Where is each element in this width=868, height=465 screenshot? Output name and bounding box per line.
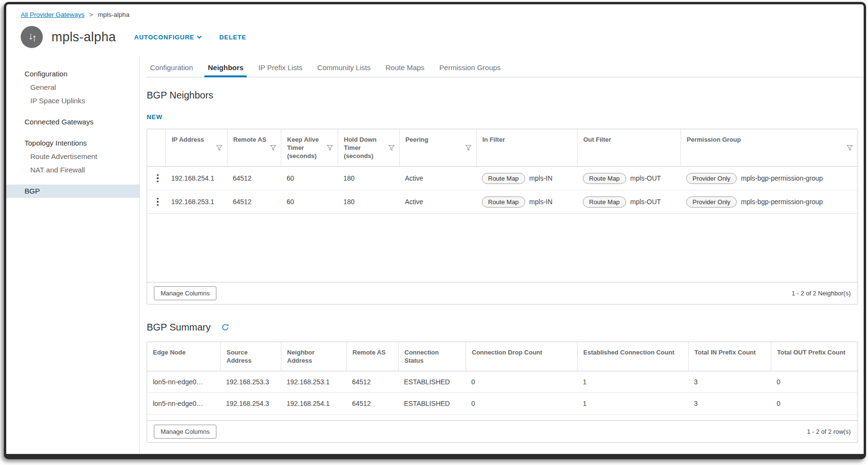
filter-icon[interactable] [847,145,853,151]
page-title: mpls-alpha [51,30,116,45]
page-header: ↓ ↑ mpls-alpha AUTOCONFIGURE DELETE [21,26,864,48]
cell-total-in-prefix-count: 3 [688,393,771,414]
cell-permission-group: Provider Only mpls-bgp-permission-group [680,167,857,190]
sidebar-item-topology-intentions[interactable]: Topology Intentions [6,136,139,150]
sidebar-item-general[interactable]: General [6,81,139,94]
tab-community-lists[interactable]: Community Lists [314,60,374,77]
sidebar-item-route-advertisement[interactable]: Route Advertisement [6,150,139,163]
column-header-source-address: Source Address [226,348,276,365]
column-header-connection-status: Connection Status [404,348,461,365]
column-header-edge-node: Edge Node [153,348,215,356]
cell-permission-group: Provider Only mpls-bgp-permission-group [680,190,857,213]
manage-columns-button[interactable]: Manage Columns [154,425,216,439]
row-menu-icon[interactable] [154,172,162,184]
cell-total-out-prefix-count: 0 [771,371,857,392]
arrow-up-icon: ↑ [32,32,36,44]
neighbors-table-header: IP Address Remote AS Keep Alive Timer (s… [147,129,857,167]
cell-hold-down-timer: 180 [338,167,399,190]
gateway-icon: ↓ ↑ [21,26,43,48]
cell-remote-as: 64512 [227,167,281,190]
cell-remote-as: 64512 [227,190,281,213]
cell-peering: Active [399,167,476,190]
column-header-hold-down-timer: Hold Down Timer (seconds) [344,135,389,160]
breadcrumb-separator: > [89,11,93,18]
column-header-peering: Peering [405,135,465,144]
sidebar-item-nat-and-firewall[interactable]: NAT and Firewall [6,163,139,177]
refresh-icon[interactable] [221,323,229,331]
column-header-remote-as: Remote AS [352,348,393,356]
provider-only-badge: Provider Only [686,196,737,208]
table-row: 192.168.254.1 64512 60 180 Active Route … [147,167,857,190]
cell-hold-down-timer: 180 [338,190,399,213]
provider-only-badge: Provider Only [686,173,737,184]
cell-connection-status: ESTABLISHED [398,393,465,414]
main-content: Configuration Neighbors IP Prefix Lists … [140,57,864,455]
chevron-down-icon [197,34,202,39]
tab-neighbors[interactable]: Neighbors [204,60,247,77]
cell-out-filter: Route Map mpls-OUT [577,167,680,190]
cell-ip-address: 192.168.254.1 [165,167,227,190]
column-header-total-in-prefix-count: Total IN Prefix Count [694,348,766,356]
cell-in-filter: Route Map mpls-IN [476,190,577,213]
column-header-established-connection-count: Established Connection Count [583,348,683,356]
cell-edge-node: lon5-nn-edge0… [147,393,220,414]
delete-button[interactable]: DELETE [219,34,246,41]
cell-in-filter: Route Map mpls-IN [476,167,577,190]
route-map-badge: Route Map [583,173,626,184]
column-header-permission-group: Permission Group [687,135,847,144]
table-empty-space [147,214,857,282]
column-header-connection-drop-count: Connection Drop Count [472,348,572,356]
bgp-neighbors-title: BGP Neighbors [147,90,864,101]
cell-established-connection-count: 1 [577,393,688,414]
column-header-keep-alive-timer: Keep Alive Timer (seconds) [287,135,327,160]
sidebar-item-configuration[interactable]: Configuration [6,67,139,81]
cell-edge-node: lon5-nn-edge0… [147,371,220,392]
cell-total-out-prefix-count: 0 [771,393,857,414]
filter-icon[interactable] [327,145,333,151]
tab-bar: Configuration Neighbors IP Prefix Lists … [147,60,864,77]
column-header-total-out-prefix-count: Total OUT Prefix Count [777,348,853,356]
cell-keep-alive-timer: 60 [281,167,338,190]
summary-table-footer: Manage Columns 1 - 2 of 2 row(s) [147,420,857,442]
new-neighbor-button[interactable]: NEW [147,113,163,121]
sidebar-item-connected-gateways[interactable]: Connected Gateways [6,115,139,129]
cell-connection-drop-count: 0 [465,393,577,414]
tab-configuration[interactable]: Configuration [147,60,196,77]
breadcrumb-current: mpls-alpha [98,11,129,18]
tab-ip-prefix-lists[interactable]: IP Prefix Lists [255,60,305,77]
sidebar: Configuration General IP Space Uplinks C… [6,57,140,455]
filter-icon[interactable] [465,145,471,151]
autoconfigure-button[interactable]: AUTOCONFIGURE [134,34,201,41]
filter-icon[interactable] [270,145,276,151]
column-header-remote-as: Remote AS [233,135,270,144]
row-menu-icon[interactable] [154,196,162,208]
breadcrumb-link-all-provider-gateways[interactable]: All Provider Gateways [21,11,85,18]
cell-neighbor-address: 192.168.254.1 [281,393,346,414]
pagination-label: 1 - 2 of 2 Neighbor(s) [792,290,851,297]
neighbors-table-footer: Manage Columns 1 - 2 of 2 Neighbor(s) [147,282,857,304]
bgp-summary-table: Edge Node Source Address Neighbor Addres… [147,342,858,443]
filter-icon[interactable] [216,145,222,151]
app-window: All Provider Gateways > mpls-alpha ↓ ↑ m… [4,2,866,459]
route-map-badge: Route Map [482,196,525,208]
column-header-row-menu [147,129,165,166]
cell-connection-status: ESTABLISHED [398,371,465,392]
tab-permission-groups[interactable]: Permission Groups [436,60,504,77]
breadcrumb: All Provider Gateways > mpls-alpha [6,4,864,18]
column-header-out-filter: Out Filter [583,135,676,144]
table-row: 192.168.253.1 64512 60 180 Active Route … [147,190,857,214]
tab-route-maps[interactable]: Route Maps [382,60,428,77]
cell-established-connection-count: 1 [577,371,688,392]
filter-icon[interactable] [389,145,394,151]
manage-columns-button[interactable]: Manage Columns [154,286,216,300]
cell-peering: Active [399,190,476,213]
sidebar-item-ip-space-uplinks[interactable]: IP Space Uplinks [6,94,139,108]
column-header-ip-address: IP Address [172,135,216,144]
table-row: lon5-nn-edge0… 192.168.254.3 192.168.254… [147,393,857,415]
cell-source-address: 192.168.253.3 [220,371,281,392]
sidebar-item-bgp[interactable]: BGP [6,184,139,198]
table-row: lon5-nn-edge0… 192.168.253.3 192.168.253… [147,371,857,393]
cell-out-filter: Route Map mpls-OUT [577,190,680,213]
arrow-down-icon: ↓ [28,30,32,42]
cell-total-in-prefix-count: 3 [688,371,771,392]
